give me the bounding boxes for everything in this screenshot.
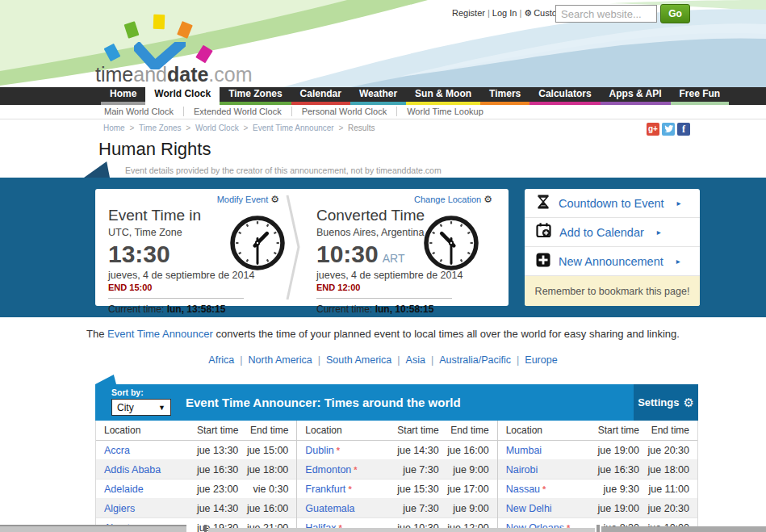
converted-clock — [421, 213, 481, 276]
search-input[interactable] — [555, 5, 657, 23]
nav-tab-home[interactable]: Home — [101, 87, 145, 105]
sidebar-item-label: New Announcement — [559, 255, 663, 268]
table-header-row: LocationStart timeEnd time — [297, 421, 496, 441]
settings-button[interactable]: Settings ⚙ — [634, 384, 698, 421]
sort-by-control: Sort by: City ▼ — [111, 387, 171, 416]
logo[interactable]: timeanddate.com — [95, 10, 257, 84]
table-row: Dublin *jue 14:30jue 16:00 — [297, 441, 496, 460]
dst-asterisk: * — [345, 484, 351, 494]
start-time: jue 23:00 — [180, 484, 238, 495]
location-link-algiers[interactable]: Algiers — [104, 503, 180, 514]
nav-tab-apps-api[interactable]: Apps & API — [601, 87, 671, 105]
breadcrumb-separator: > — [128, 124, 136, 132]
end-time: jue 18:00 — [238, 464, 288, 475]
location-link-nassau[interactable]: Nassau * — [506, 484, 581, 495]
disclaimer-text: Event details provided by the creator of… — [125, 163, 766, 178]
logo-text: timeanddate.com — [95, 63, 253, 86]
location-link-guatemala[interactable]: Guatemala — [305, 503, 380, 514]
sidebar-item-countdown-to-event[interactable]: Countdown to Event▸ — [525, 189, 700, 218]
start-time: jue 14:30 — [381, 445, 439, 456]
nav-tab-sun-moon[interactable]: Sun & Moon — [406, 87, 480, 105]
event-time-announcer-link[interactable]: Event Time Announcer — [107, 328, 213, 340]
announcer-title: Event Time Announcer: Times around the w… — [186, 384, 461, 421]
nav-tab-weather[interactable]: Weather — [350, 87, 406, 105]
continent-link-africa[interactable]: Africa — [208, 354, 234, 366]
register-link[interactable]: Register — [452, 8, 485, 18]
location-link-dublin[interactable]: Dublin * — [305, 445, 380, 456]
site-header: timeanddate.com Register|Log In|⚙Customi… — [0, 0, 766, 87]
end-time: jue 9:00 — [439, 503, 489, 514]
continent-link-south-america[interactable]: South America — [326, 354, 391, 366]
table-row: Nassau *jue 9:30jue 11:00 — [498, 480, 697, 499]
event-time-card: Modify Event⚙ Event Time in UTC, Time Zo… — [95, 189, 509, 306]
login-link[interactable]: Log In — [492, 8, 517, 18]
location-link-frankfurt[interactable]: Frankfurt * — [305, 484, 380, 495]
page-title: Human Rights — [98, 139, 766, 160]
sort-select[interactable]: City ▼ — [111, 399, 171, 416]
current-time-line: Current time: lun, 10:58:15 — [316, 304, 509, 315]
start-time: jue 15:30 — [381, 484, 439, 495]
subnav-item-main-world-clock[interactable]: Main World Clock — [103, 107, 184, 116]
location-link-new-delhi[interactable]: New Delhi — [506, 503, 581, 514]
times-table: LocationStart timeEnd timeAccrajue 13:30… — [95, 421, 698, 532]
start-time: jue 13:30 — [180, 445, 238, 456]
search-go-button[interactable]: Go — [660, 4, 690, 23]
googleplus-icon[interactable]: g+ — [647, 123, 659, 136]
sidebar-item-label: Countdown to Event — [559, 197, 664, 210]
breadcrumb-link-event-time-announcer[interactable]: Event Time Announcer — [253, 124, 334, 132]
logo-confetti-yellow — [153, 15, 165, 29]
nav-tab-timers[interactable]: Timers — [480, 87, 530, 105]
times-table-group: LocationStart timeEnd timeDublin *jue 14… — [296, 421, 496, 532]
sidebar-item-add-to-calendar[interactable]: Add to Calendar▸ — [525, 218, 700, 247]
location-link-edmonton[interactable]: Edmonton * — [305, 464, 380, 475]
subnav-item-world-time-lookup[interactable]: World Time Lookup — [397, 107, 493, 116]
account-bar: Register|Log In|⚙Customize — [452, 8, 553, 19]
table-row: Mumbaijue 19:00jue 20:30 — [498, 441, 697, 460]
nav-tab-time-zones[interactable]: Time Zones — [220, 87, 291, 105]
nav-tab-calendar[interactable]: Calendar — [291, 87, 350, 105]
nav-tab-calculators[interactable]: Calculators — [530, 87, 600, 105]
breadcrumb-link-world-clock[interactable]: World Clock — [195, 124, 239, 132]
event-time-panel: Modify Event⚙ Event Time in UTC, Time Zo… — [95, 189, 303, 306]
sidebar-item-new-announcement[interactable]: New Announcement▸ — [525, 247, 700, 276]
separator: | — [519, 8, 521, 18]
location-link-accra[interactable]: Accra — [104, 445, 180, 456]
modify-event-gear-icon[interactable]: ⚙ — [270, 194, 279, 205]
modify-event-link[interactable]: Modify Event⚙ — [217, 194, 279, 205]
event-band: Modify Event⚙ Event Time in UTC, Time Zo… — [0, 178, 766, 317]
converted-end-time: END 12:00 — [316, 283, 509, 292]
continent-link-north-america[interactable]: North America — [249, 354, 312, 366]
nav-tab-world-clock[interactable]: World Clock — [145, 87, 220, 105]
end-time: jue 20:30 — [639, 445, 689, 456]
logo-confetti-orange — [177, 21, 193, 39]
table-row: Edmonton *jue 7:30jue 9:00 — [297, 460, 496, 480]
pipe-separator: | — [318, 354, 320, 366]
breadcrumb-separator: > — [241, 124, 250, 132]
arrow-right-icon: ▸ — [677, 199, 681, 207]
location-link-mumbai[interactable]: Mumbai — [506, 445, 581, 456]
breadcrumb-row: Home > Time Zones > World Clock > Event … — [0, 123, 766, 134]
facebook-icon[interactable]: f — [677, 123, 690, 136]
end-time: jue 15:00 — [238, 445, 288, 456]
logo-confetti-blue — [104, 44, 121, 61]
breadcrumb-link-home[interactable]: Home — [103, 124, 125, 132]
location-link-adelaide[interactable]: Adelaide — [104, 484, 180, 495]
location-link-addis-ababa[interactable]: Addis Ababa — [104, 464, 180, 475]
column-header-start-time: Start time — [180, 425, 238, 436]
subnav-item-personal-world-clock[interactable]: Personal World Clock — [292, 107, 398, 116]
location-link-nairobi[interactable]: Nairobi — [506, 464, 581, 475]
chevron-divider — [286, 194, 302, 301]
continent-link-europe[interactable]: Europe — [525, 354, 557, 366]
change-location-gear-icon[interactable]: ⚙ — [483, 194, 492, 205]
twitter-icon[interactable] — [662, 123, 675, 136]
continent-link-asia[interactable]: Asia — [406, 354, 425, 366]
change-location-link[interactable]: Change Location⚙ — [414, 194, 492, 205]
breadcrumb-link-time-zones[interactable]: Time Zones — [139, 124, 181, 132]
footer-strip — [208, 528, 595, 532]
event-end-time: END 15:00 — [108, 283, 303, 292]
continent-link-australia-pacific[interactable]: Australia/Pacific — [439, 354, 511, 366]
subnav-item-extended-world-clock[interactable]: Extended World Clock — [184, 107, 292, 116]
times-table-group: LocationStart timeEnd timeMumbaijue 19:0… — [497, 421, 697, 532]
breadcrumb: Home > Time Zones > World Clock > Event … — [103, 124, 375, 132]
nav-tab-free-fun[interactable]: Free Fun — [671, 87, 730, 105]
